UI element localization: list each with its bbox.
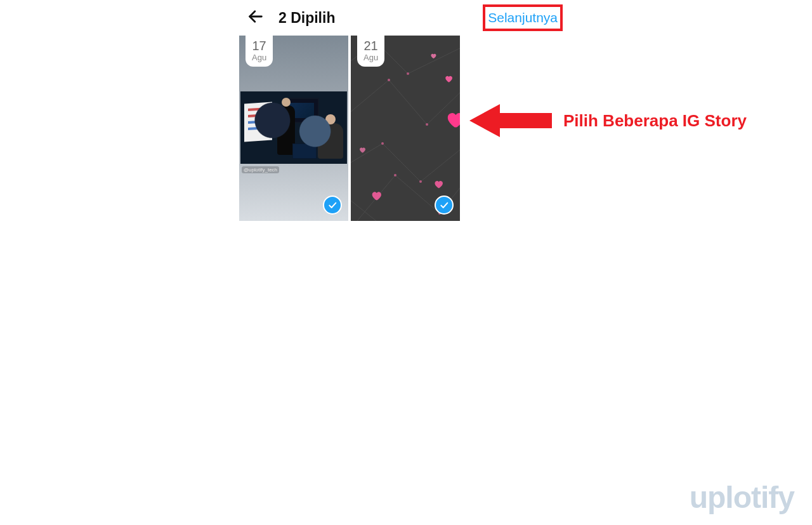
monitor-shape	[282, 98, 319, 123]
next-button-highlight: Selanjutnya	[483, 4, 563, 31]
svg-point-5	[381, 142, 384, 145]
heart-icon	[358, 146, 366, 154]
laptop-shape	[292, 143, 317, 159]
selected-check-icon	[323, 196, 342, 215]
date-badge: 17 Agu	[246, 36, 273, 67]
arrow-left-icon	[247, 8, 265, 28]
svg-point-4	[426, 123, 428, 126]
whiteboard-shape	[244, 102, 272, 142]
story-thumbnail	[240, 91, 347, 164]
person-shape	[318, 123, 343, 159]
page-title: 2 Dipilih	[278, 10, 335, 27]
person-shape	[277, 105, 295, 155]
date-day: 21	[363, 39, 378, 52]
annotation-callout: Pilih Beberapa IG Story	[469, 102, 747, 140]
story-item[interactable]: 21 Agu	[351, 36, 460, 221]
annotation-text: Pilih Beberapa IG Story	[563, 111, 747, 131]
header-bar: 2 Dipilih Selanjutnya	[238, 0, 568, 36]
date-badge: 21 Agu	[357, 36, 384, 67]
account-handle: @uplotify_tech	[242, 166, 279, 173]
back-button[interactable]	[243, 5, 268, 30]
heart-icon	[444, 109, 460, 130]
arrow-left-icon	[469, 102, 552, 140]
svg-marker-9	[469, 104, 552, 137]
watermark-logo: uplotify	[690, 480, 794, 515]
date-month: Agu	[363, 53, 378, 62]
heart-icon	[370, 189, 382, 201]
date-day: 17	[252, 39, 266, 52]
heart-icon	[430, 53, 437, 60]
svg-point-7	[394, 174, 396, 176]
svg-point-6	[419, 180, 422, 183]
selected-check-icon	[435, 196, 454, 215]
heart-icon	[444, 74, 453, 83]
svg-point-3	[388, 79, 390, 81]
story-item[interactable]: 17 Agu @uplotify_tech	[239, 36, 348, 221]
heart-icon	[433, 179, 444, 190]
date-month: Agu	[252, 53, 266, 62]
svg-point-2	[407, 72, 409, 75]
next-button[interactable]: Selanjutnya	[488, 10, 558, 25]
